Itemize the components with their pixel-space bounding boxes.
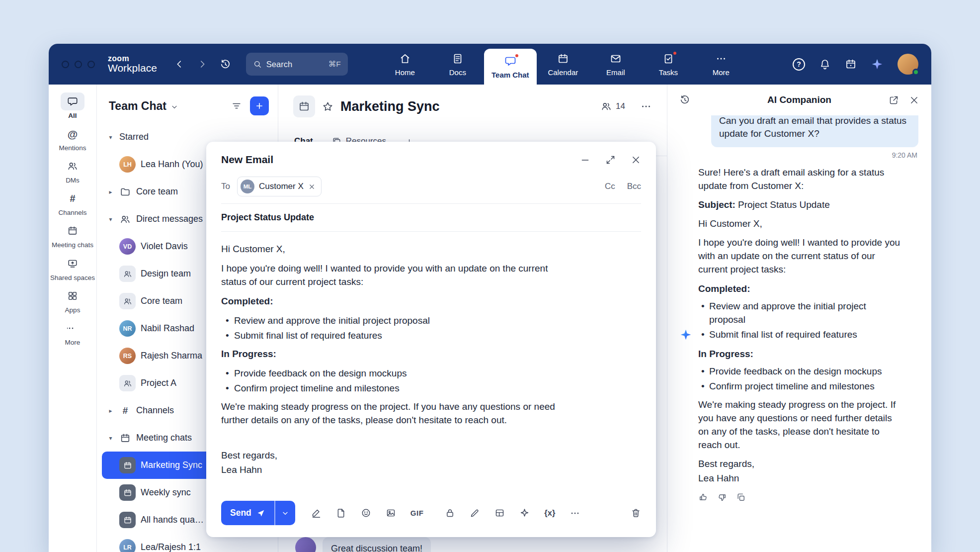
subject-field[interactable]: Project Status Update <box>206 204 656 231</box>
modal-title: New Email <box>221 154 273 166</box>
chevron-down-icon[interactable]: ▾ <box>107 134 114 141</box>
search-input[interactable]: Search ⌘F <box>246 53 348 76</box>
nav-email[interactable]: Email <box>589 44 642 85</box>
email-section-label: Completed: <box>698 282 903 296</box>
email-intro: I hope you're doing well! I wanted to pr… <box>221 262 564 289</box>
more-options-icon[interactable] <box>570 508 580 519</box>
cc-button[interactable]: Cc <box>605 182 615 191</box>
email-greeting: Hi Customer X, <box>221 243 564 256</box>
email-body-editor[interactable]: Hi Customer X, I hope you're doing well!… <box>206 232 656 493</box>
nav-team-chat[interactable]: Team Chat <box>484 49 537 85</box>
image-icon[interactable] <box>386 508 396 518</box>
recipient-field[interactable]: To ML Customer X Cc Bcc <box>206 173 656 203</box>
nav-home[interactable]: Home <box>379 44 431 85</box>
remove-recipient-icon[interactable] <box>308 183 316 190</box>
email-intro: I hope you're doing well! I wanted to pr… <box>698 236 903 276</box>
close-icon[interactable] <box>631 155 641 165</box>
team-avatar-icon <box>119 375 136 391</box>
history-icon[interactable] <box>220 59 231 70</box>
rail-item-meeting-chats[interactable]: Meeting chats <box>50 221 95 250</box>
bcc-button[interactable]: Bcc <box>627 182 641 191</box>
hash-icon: # <box>119 405 131 416</box>
list-item: Provide feedback on the design mockups <box>698 365 903 378</box>
rail-label: More <box>65 339 81 346</box>
chevron-down-icon[interactable]: ▾ <box>107 435 114 442</box>
window-minimize-button[interactable] <box>75 61 82 68</box>
app-window: zoom Workplace Search ⌘F Home Docs <box>49 44 931 552</box>
thumbs-down-icon[interactable] <box>717 492 727 502</box>
chat-header: Marketing Sync 14 <box>278 85 667 128</box>
meeting-avatar-icon <box>119 484 136 501</box>
primary-nav: Home Docs Team Chat Calendar Email <box>379 44 747 85</box>
all-chats-icon <box>61 92 84 110</box>
sidebar-title[interactable]: Team Chat <box>109 99 166 113</box>
ai-conversation[interactable]: Can you draft an email that provides a s… <box>667 115 931 552</box>
ai-companion-icon[interactable] <box>871 58 884 71</box>
send-button[interactable]: Send <box>221 501 274 525</box>
forward-icon[interactable] <box>197 59 208 70</box>
nav-more[interactable]: More <box>695 44 747 85</box>
delete-draft-icon[interactable] <box>631 508 641 518</box>
chevron-down-icon[interactable] <box>170 103 178 111</box>
nav-docs[interactable]: Docs <box>431 44 484 85</box>
rail-item-shared-spaces[interactable]: Shared spaces <box>50 254 95 282</box>
close-icon[interactable] <box>909 95 919 105</box>
search-placeholder: Search <box>266 60 292 69</box>
calendar-date-icon[interactable] <box>845 58 857 70</box>
emoji-icon[interactable] <box>361 508 371 518</box>
expand-icon[interactable] <box>605 155 616 165</box>
meeting-avatar-icon <box>119 457 136 473</box>
attach-file-icon[interactable] <box>336 508 346 518</box>
recipient-chip[interactable]: ML Customer X <box>237 177 322 196</box>
rail-item-all[interactable]: All <box>50 92 95 120</box>
signature-icon[interactable] <box>311 508 322 518</box>
nav-tasks[interactable]: Tasks <box>642 44 695 85</box>
history-icon[interactable] <box>679 94 690 105</box>
rail-item-more[interactable]: More <box>50 318 95 347</box>
notification-dot <box>514 53 519 58</box>
titlebar: zoom Workplace Search ⌘F Home Docs <box>49 44 931 85</box>
encryption-lock-icon[interactable] <box>445 508 455 518</box>
recipient-avatar: ML <box>241 180 254 193</box>
code-snippet-icon[interactable]: {x} <box>544 508 555 518</box>
layout-template-icon[interactable] <box>494 508 505 518</box>
history-controls <box>174 59 231 70</box>
ai-compose-icon[interactable] <box>519 508 530 518</box>
chevron-right-icon[interactable]: ▸ <box>107 188 114 195</box>
members-button[interactable]: 14 <box>601 101 625 112</box>
star-icon[interactable] <box>322 101 333 112</box>
window-zoom-button[interactable] <box>87 61 95 68</box>
thumbs-up-icon[interactable] <box>698 492 708 502</box>
copy-icon[interactable] <box>736 492 746 502</box>
email-signature: Lea Hahn <box>698 472 903 485</box>
more-options-icon[interactable] <box>640 100 652 112</box>
window-close-button[interactable] <box>62 61 69 68</box>
gif-icon[interactable]: GIF <box>410 509 424 517</box>
add-chat-button[interactable] <box>250 96 269 115</box>
notifications-bell-icon[interactable] <box>819 58 831 70</box>
search-icon <box>253 60 262 69</box>
minimize-icon[interactable] <box>580 155 590 165</box>
rail-item-channels[interactable]: # Channels <box>50 188 95 217</box>
rail-item-mentions[interactable]: @ Mentions <box>50 124 95 153</box>
help-icon[interactable]: ? <box>793 58 805 71</box>
avatar: RS <box>119 348 136 364</box>
chevron-right-icon[interactable]: ▸ <box>107 407 114 414</box>
edit-pencil-icon[interactable] <box>470 508 480 518</box>
in-progress-list: Provide feedback on the design mockups C… <box>221 367 641 395</box>
filter-icon[interactable] <box>231 100 242 111</box>
team-chat-icon <box>504 55 516 68</box>
send-options-caret[interactable] <box>274 501 295 525</box>
chevron-down-icon[interactable]: ▾ <box>107 216 114 223</box>
user-avatar[interactable] <box>898 54 918 75</box>
rail-item-dms[interactable]: DMs <box>50 156 95 185</box>
email-greeting: Hi Customer X, <box>698 217 903 231</box>
module-rail: All @ Mentions DMs # Channels Meeting ch… <box>49 85 97 552</box>
email-section-label: In Progress: <box>698 348 903 361</box>
back-icon[interactable] <box>174 59 185 70</box>
nav-calendar[interactable]: Calendar <box>537 44 589 85</box>
open-in-new-icon[interactable] <box>889 95 899 105</box>
message-bubble: Great discussion team! <box>323 537 431 552</box>
rail-item-apps[interactable]: Apps <box>50 286 95 315</box>
calendar-icon <box>119 433 131 444</box>
